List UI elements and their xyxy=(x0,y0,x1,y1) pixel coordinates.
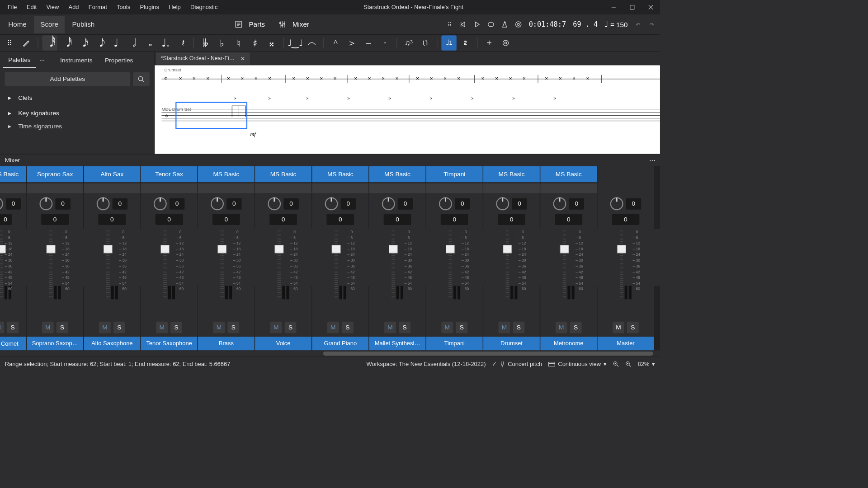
channel-fx-slot[interactable] xyxy=(141,183,198,193)
solo-button[interactable]: S xyxy=(342,322,354,333)
menu-add[interactable]: Add xyxy=(64,1,84,13)
note-8th[interactable]: 𝅘𝅥𝅮 xyxy=(92,35,107,50)
note-whole[interactable]: 𝅝 xyxy=(142,35,156,50)
solo-button[interactable]: S xyxy=(513,322,525,333)
tuplet-button[interactable]: ♫³ xyxy=(401,35,416,50)
playback-settings-button[interactable] xyxy=(512,18,524,30)
menu-view[interactable]: View xyxy=(42,1,64,13)
channel-name[interactable]: Timpani xyxy=(426,337,483,350)
volume-fader[interactable] xyxy=(392,230,395,299)
note-rest[interactable]: 𝄽 xyxy=(175,35,189,50)
add-toolbar-button[interactable]: + xyxy=(481,35,496,50)
mute-button[interactable]: M xyxy=(384,322,396,333)
pan-value[interactable]: 0 xyxy=(341,198,356,209)
rewind-button[interactable] xyxy=(457,18,469,30)
mute-button[interactable]: M xyxy=(556,322,567,333)
channel-preset[interactable]: Timpani xyxy=(426,166,483,182)
channel-name[interactable]: Drumset xyxy=(483,337,540,350)
accidental-sharp[interactable]: ♯ xyxy=(247,35,262,50)
channel-preset[interactable]: Alto Sax xyxy=(84,166,141,182)
volume-fader[interactable] xyxy=(563,230,566,299)
accent-button[interactable]: ＞ xyxy=(344,35,359,50)
channel-name[interactable]: Voice xyxy=(255,337,311,350)
channel-name[interactable]: Metronome xyxy=(540,337,597,350)
volume-fader[interactable] xyxy=(163,230,167,299)
volume-fader[interactable] xyxy=(335,230,338,299)
tie-button[interactable]: ♩‿♩ xyxy=(288,35,302,50)
volume-fader[interactable] xyxy=(49,230,53,299)
tempo-display[interactable]: ♩ = 150 xyxy=(602,19,630,29)
channel-preset[interactable]: MS Basic xyxy=(369,166,426,182)
document-tab[interactable]: *Starstruck Ordeal - Near-Fi… ✕ xyxy=(156,52,250,65)
pan-value[interactable]: 0 xyxy=(455,198,470,209)
channel-preset[interactable]: MS Basic xyxy=(198,166,255,182)
slur-button[interactable] xyxy=(304,35,319,50)
add-palettes-button[interactable]: Add Palettes xyxy=(5,72,131,86)
mute-button[interactable]: M xyxy=(270,322,282,333)
minimize-button[interactable] xyxy=(604,0,623,14)
voice-1-button[interactable]: ♩1 xyxy=(441,35,456,50)
mute-button[interactable]: M xyxy=(613,322,624,333)
channel-fx-slot[interactable] xyxy=(255,183,311,193)
marcato-button[interactable]: ^ xyxy=(328,35,343,50)
channel-name[interactable]: Grand Piano xyxy=(312,337,368,350)
staccato-button[interactable]: · xyxy=(377,35,392,50)
channel-name[interactable]: Master xyxy=(598,337,654,350)
panel-palettes-tab[interactable]: Palettes xyxy=(3,53,36,68)
volume-value[interactable]: 0 xyxy=(612,214,640,225)
channel-preset[interactable]: MS Basic xyxy=(483,166,540,182)
pan-knob[interactable] xyxy=(0,197,3,210)
loop-button[interactable] xyxy=(485,18,497,30)
menu-format[interactable]: Format xyxy=(84,1,112,13)
pan-knob[interactable] xyxy=(154,197,167,210)
solo-button[interactable]: S xyxy=(57,322,68,333)
volume-fader[interactable] xyxy=(278,230,281,299)
score-canvas[interactable]: Drumset 𝄴 ××× ×××× ×××× xyxy=(155,65,660,154)
volume-fader[interactable] xyxy=(448,230,452,299)
channel-name[interactable]: Soprano Saxop… xyxy=(27,337,83,350)
pan-value[interactable]: 0 xyxy=(283,198,298,209)
channel-fx-slot[interactable] xyxy=(198,183,255,193)
parts-button[interactable]: Parts xyxy=(246,20,268,28)
note-dot[interactable]: ♩. xyxy=(158,35,173,50)
channel-name[interactable]: Alto Saxophone xyxy=(84,337,141,350)
solo-button[interactable]: S xyxy=(627,322,639,333)
note-16th[interactable]: 𝅘𝅥𝅯 xyxy=(75,35,90,50)
mute-button[interactable]: M xyxy=(156,322,168,333)
volume-value[interactable]: 0 xyxy=(156,214,183,225)
accidental-natural[interactable]: ♮ xyxy=(231,35,246,50)
metronome-button[interactable] xyxy=(499,18,511,30)
volume-fader[interactable] xyxy=(0,230,3,299)
pan-knob[interactable] xyxy=(97,197,110,210)
volume-value[interactable]: 0 xyxy=(441,214,468,225)
mixer-button[interactable]: Mixer xyxy=(290,20,312,28)
volume-value[interactable]: 0 xyxy=(326,214,354,225)
panel-properties-tab[interactable]: Properties xyxy=(99,53,139,67)
solo-button[interactable]: S xyxy=(456,322,467,333)
mute-button[interactable]: M xyxy=(42,322,54,333)
accidental-double-flat[interactable]: 𝄫 xyxy=(198,35,213,50)
zoom-level[interactable]: 82% ▾ xyxy=(638,361,656,368)
toolbar-settings-button[interactable] xyxy=(498,35,513,50)
palette-clefs[interactable]: ▸Clefs xyxy=(0,89,154,105)
channel-preset[interactable]: MS Basic xyxy=(0,166,26,182)
volume-value[interactable]: 0 xyxy=(212,214,240,225)
edit-mode-button[interactable] xyxy=(19,35,33,50)
menu-plugins[interactable]: Plugins xyxy=(135,1,164,13)
voice-2-button[interactable]: 𝄽2 xyxy=(458,35,473,50)
pan-value[interactable]: 0 xyxy=(626,198,641,209)
channel-fx-slot[interactable] xyxy=(312,183,368,193)
play-button[interactable] xyxy=(471,18,483,30)
zoom-out-button[interactable] xyxy=(625,361,632,367)
mute-button[interactable]: M xyxy=(0,322,4,333)
pan-value[interactable]: 0 xyxy=(170,198,184,209)
redo-button[interactable]: ↷ xyxy=(646,18,658,30)
mute-button[interactable]: M xyxy=(499,322,510,333)
maximize-button[interactable] xyxy=(623,0,642,14)
pan-knob[interactable] xyxy=(496,197,509,210)
channel-fx-slot[interactable] xyxy=(27,183,83,193)
channel-preset[interactable]: MS Basic xyxy=(312,166,368,182)
tab-score[interactable]: Score xyxy=(34,16,65,33)
volume-fader[interactable] xyxy=(220,230,224,299)
grip-icon[interactable]: ⠿ xyxy=(2,35,17,50)
